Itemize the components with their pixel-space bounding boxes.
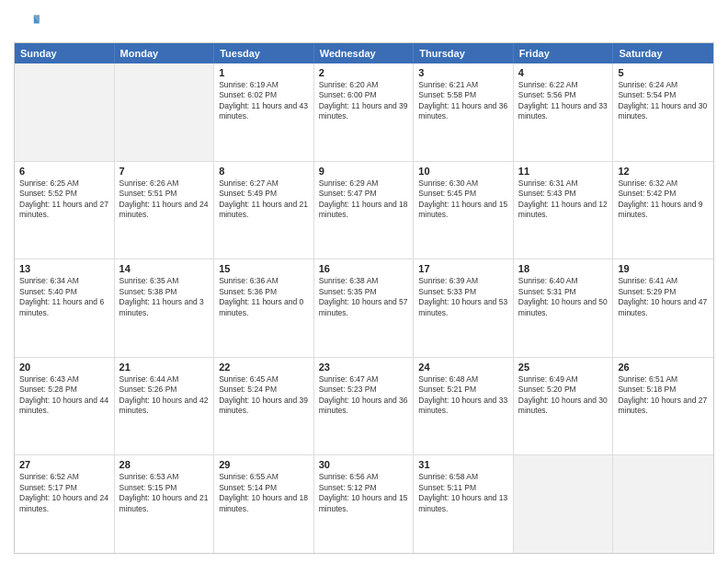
day-number: 6 [19,166,109,177]
calendar-cell: 5Sunrise: 6:24 AM Sunset: 5:54 PM Daylig… [613,63,713,161]
calendar-cell: 1Sunrise: 6:19 AM Sunset: 6:02 PM Daylig… [214,63,314,161]
day-number: 10 [418,166,508,177]
calendar-cell: 7Sunrise: 6:26 AM Sunset: 5:51 PM Daylig… [115,162,215,259]
logo [14,9,43,35]
day-details: Sunrise: 6:56 AM Sunset: 5:12 PM Dayligh… [319,472,409,514]
day-details: Sunrise: 6:51 AM Sunset: 5:18 PM Dayligh… [618,374,709,417]
day-details: Sunrise: 6:47 AM Sunset: 5:23 PM Dayligh… [319,374,409,417]
day-details: Sunrise: 6:58 AM Sunset: 5:11 PM Dayligh… [418,472,508,514]
calendar-cell: 2Sunrise: 6:20 AM Sunset: 6:00 PM Daylig… [314,63,415,161]
header [14,9,714,35]
calendar-cell: 11Sunrise: 6:31 AM Sunset: 5:43 PM Dayli… [514,162,614,259]
day-details: Sunrise: 6:40 AM Sunset: 5:31 PM Dayligh… [518,276,609,318]
calendar-cell: 14Sunrise: 6:35 AM Sunset: 5:38 PM Dayli… [115,259,215,357]
calendar-header: SundayMondayTuesdayWednesdayThursdayFrid… [15,43,713,63]
weekday-header-friday: Friday [514,43,614,63]
day-number: 13 [19,263,109,274]
day-number: 25 [518,362,609,373]
day-number: 9 [319,166,409,177]
day-details: Sunrise: 6:38 AM Sunset: 5:35 PM Dayligh… [319,276,409,318]
day-number: 16 [319,263,409,274]
calendar-cell: 23Sunrise: 6:47 AM Sunset: 5:23 PM Dayli… [314,358,415,455]
day-details: Sunrise: 6:26 AM Sunset: 5:51 PM Dayligh… [119,178,210,221]
calendar-cell: 28Sunrise: 6:53 AM Sunset: 5:15 PM Dayli… [115,455,215,553]
calendar-cell: 19Sunrise: 6:41 AM Sunset: 5:29 PM Dayli… [613,259,713,357]
day-details: Sunrise: 6:53 AM Sunset: 5:15 PM Dayligh… [119,472,210,514]
calendar-cell: 12Sunrise: 6:32 AM Sunset: 5:42 PM Dayli… [613,162,713,259]
day-number: 23 [319,362,409,373]
day-details: Sunrise: 6:20 AM Sunset: 6:00 PM Dayligh… [319,80,409,122]
day-number: 4 [518,67,609,78]
day-details: Sunrise: 6:49 AM Sunset: 5:20 PM Dayligh… [518,374,609,417]
day-number: 24 [418,362,508,373]
calendar-row: 1Sunrise: 6:19 AM Sunset: 6:02 PM Daylig… [15,63,713,161]
calendar-cell: 3Sunrise: 6:21 AM Sunset: 5:58 PM Daylig… [414,63,514,161]
day-number: 28 [119,459,210,470]
day-number: 3 [418,67,508,78]
page: SundayMondayTuesdayWednesdayThursdayFrid… [0,0,728,563]
day-details: Sunrise: 6:21 AM Sunset: 5:58 PM Dayligh… [418,80,508,122]
day-number: 22 [219,362,309,373]
day-number: 2 [319,67,409,78]
day-details: Sunrise: 6:31 AM Sunset: 5:43 PM Dayligh… [518,178,609,221]
calendar-row: 27Sunrise: 6:52 AM Sunset: 5:17 PM Dayli… [15,454,713,553]
day-number: 12 [618,166,709,177]
day-details: Sunrise: 6:39 AM Sunset: 5:33 PM Dayligh… [418,276,508,318]
day-details: Sunrise: 6:34 AM Sunset: 5:40 PM Dayligh… [19,276,109,318]
day-number: 17 [418,263,508,274]
day-details: Sunrise: 6:44 AM Sunset: 5:26 PM Dayligh… [119,374,210,417]
calendar-cell: 8Sunrise: 6:27 AM Sunset: 5:49 PM Daylig… [214,162,314,259]
calendar-cell: 29Sunrise: 6:55 AM Sunset: 5:14 PM Dayli… [214,455,314,553]
calendar-row: 13Sunrise: 6:34 AM Sunset: 5:40 PM Dayli… [15,259,713,357]
calendar-cell: 26Sunrise: 6:51 AM Sunset: 5:18 PM Dayli… [613,358,713,455]
calendar-cell: 9Sunrise: 6:29 AM Sunset: 5:47 PM Daylig… [314,162,415,259]
day-details: Sunrise: 6:35 AM Sunset: 5:38 PM Dayligh… [119,276,210,318]
calendar-cell: 22Sunrise: 6:45 AM Sunset: 5:24 PM Dayli… [214,358,314,455]
calendar-cell: 27Sunrise: 6:52 AM Sunset: 5:17 PM Dayli… [15,455,115,553]
weekday-header-monday: Monday [115,43,215,63]
calendar-cell [15,63,115,161]
day-details: Sunrise: 6:52 AM Sunset: 5:17 PM Dayligh… [19,472,109,514]
day-number: 1 [219,67,309,78]
day-details: Sunrise: 6:19 AM Sunset: 6:02 PM Dayligh… [219,80,309,122]
calendar-cell: 17Sunrise: 6:39 AM Sunset: 5:33 PM Dayli… [414,259,514,357]
day-number: 8 [219,166,309,177]
day-number: 31 [418,459,508,470]
day-number: 30 [319,459,409,470]
day-number: 5 [618,67,709,78]
day-number: 18 [518,263,609,274]
day-number: 29 [219,459,309,470]
day-details: Sunrise: 6:36 AM Sunset: 5:36 PM Dayligh… [219,276,309,318]
calendar-cell: 10Sunrise: 6:30 AM Sunset: 5:45 PM Dayli… [414,162,514,259]
day-number: 7 [119,166,210,177]
day-details: Sunrise: 6:55 AM Sunset: 5:14 PM Dayligh… [219,472,309,514]
calendar-cell [514,455,614,553]
day-number: 20 [19,362,109,373]
calendar-row: 6Sunrise: 6:25 AM Sunset: 5:52 PM Daylig… [15,161,713,259]
calendar-cell: 16Sunrise: 6:38 AM Sunset: 5:35 PM Dayli… [314,259,415,357]
day-details: Sunrise: 6:24 AM Sunset: 5:54 PM Dayligh… [618,80,709,122]
calendar-cell: 4Sunrise: 6:22 AM Sunset: 5:56 PM Daylig… [514,63,614,161]
calendar-cell: 30Sunrise: 6:56 AM Sunset: 5:12 PM Dayli… [314,455,415,553]
calendar-cell: 6Sunrise: 6:25 AM Sunset: 5:52 PM Daylig… [15,162,115,259]
day-details: Sunrise: 6:32 AM Sunset: 5:42 PM Dayligh… [618,178,709,221]
weekday-header-thursday: Thursday [414,43,514,63]
calendar-cell: 24Sunrise: 6:48 AM Sunset: 5:21 PM Dayli… [414,358,514,455]
calendar-cell: 20Sunrise: 6:43 AM Sunset: 5:28 PM Dayli… [15,358,115,455]
weekday-header-sunday: Sunday [15,43,115,63]
day-details: Sunrise: 6:25 AM Sunset: 5:52 PM Dayligh… [19,178,109,221]
calendar-cell: 18Sunrise: 6:40 AM Sunset: 5:31 PM Dayli… [514,259,614,357]
day-details: Sunrise: 6:48 AM Sunset: 5:21 PM Dayligh… [418,374,508,417]
day-number: 15 [219,263,309,274]
day-details: Sunrise: 6:45 AM Sunset: 5:24 PM Dayligh… [219,374,309,417]
day-details: Sunrise: 6:29 AM Sunset: 5:47 PM Dayligh… [319,178,409,221]
calendar-body: 1Sunrise: 6:19 AM Sunset: 6:02 PM Daylig… [15,63,713,553]
calendar-cell [115,63,215,161]
day-details: Sunrise: 6:43 AM Sunset: 5:28 PM Dayligh… [19,374,109,417]
day-details: Sunrise: 6:30 AM Sunset: 5:45 PM Dayligh… [418,178,508,221]
calendar-cell: 31Sunrise: 6:58 AM Sunset: 5:11 PM Dayli… [414,455,514,553]
calendar-cell: 21Sunrise: 6:44 AM Sunset: 5:26 PM Dayli… [115,358,215,455]
day-details: Sunrise: 6:27 AM Sunset: 5:49 PM Dayligh… [219,178,309,221]
calendar-cell: 25Sunrise: 6:49 AM Sunset: 5:20 PM Dayli… [514,358,614,455]
calendar-row: 20Sunrise: 6:43 AM Sunset: 5:28 PM Dayli… [15,357,713,455]
